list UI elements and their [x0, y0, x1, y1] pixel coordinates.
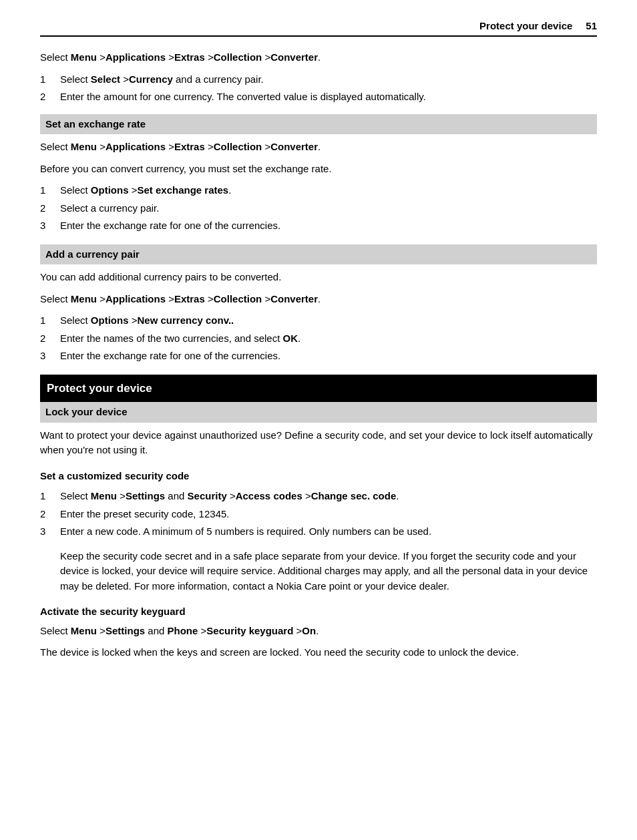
add-currency-paragraph: You can add additional currency pairs to…	[40, 270, 597, 285]
security-code-heading: Set a customized security code	[40, 469, 597, 484]
set-exchange-steps: 1 Select Options >Set exchange rates. 2 …	[40, 183, 597, 234]
security-keyguard-heading: Activate the security keyguard	[40, 604, 597, 620]
lock-device-header: Lock your device	[40, 402, 597, 423]
list-item: 1 Select Select >Currency and a currency…	[40, 72, 597, 87]
protect-device-header: Protect your device	[40, 375, 597, 403]
add-currency-intro: Select Menu >Applications >Extras >Colle…	[40, 292, 597, 307]
list-item: 2 Enter the names of the two currencies,…	[40, 331, 597, 347]
security-code-steps: 1 Select Menu >Settings and Security >Ac…	[40, 489, 597, 540]
list-item: 2 Select a currency pair.	[40, 201, 597, 216]
header-title: Protect your device	[479, 20, 572, 31]
set-exchange-paragraph: Before you can convert currency, you mus…	[40, 162, 597, 177]
list-item: 2 Enter the preset security code, 12345.	[40, 507, 597, 522]
list-item: 1 Select Options >New currency conv..	[40, 313, 597, 329]
list-item: 2 Enter the amount for one currency. The…	[40, 89, 597, 105]
add-currency-steps: 1 Select Options >New currency conv.. 2 …	[40, 313, 597, 364]
security-code-section: Set a customized security code 1 Select …	[40, 469, 597, 594]
list-item: 1 Select Options >Set exchange rates.	[40, 183, 597, 198]
set-exchange-rate-section: Set an exchange rate Select Menu >Applic…	[40, 114, 597, 234]
security-code-note: Keep the security code secret and in a s…	[60, 549, 597, 594]
page-header: Protect your device 51	[40, 20, 597, 37]
set-exchange-rate-header: Set an exchange rate	[40, 114, 597, 135]
list-item: 1 Select Menu >Settings and Security >Ac…	[40, 489, 597, 504]
lock-device-section: Lock your device Want to protect your de…	[40, 402, 597, 458]
page: Protect your device 51 Select Menu >Appl…	[0, 0, 637, 840]
lock-device-paragraph: Want to protect your device against unau…	[40, 428, 597, 458]
set-exchange-intro: Select Menu >Applications >Extras >Colle…	[40, 140, 597, 155]
content-area: Select Menu >Applications >Extras >Colle…	[40, 50, 597, 660]
converter-steps-list: 1 Select Select >Currency and a currency…	[40, 72, 597, 105]
security-keyguard-paragraph: The device is locked when the keys and s…	[40, 645, 597, 660]
add-currency-pair-header: Add a currency pair	[40, 244, 597, 265]
add-currency-pair-section: Add a currency pair You can add addition…	[40, 244, 597, 364]
list-item: 3 Enter the exchange rate for one of the…	[40, 349, 597, 364]
list-item: 3 Enter the exchange rate for one of the…	[40, 218, 597, 234]
page-number: 51	[586, 20, 597, 31]
security-keyguard-intro: Select Menu >Settings and Phone >Securit…	[40, 624, 597, 639]
security-keyguard-section: Activate the security keyguard Select Me…	[40, 604, 597, 660]
converter-intro-line: Select Menu >Applications >Extras >Colle…	[40, 50, 597, 65]
list-item: 3 Enter a new code. A minimum of 5 numbe…	[40, 524, 597, 540]
